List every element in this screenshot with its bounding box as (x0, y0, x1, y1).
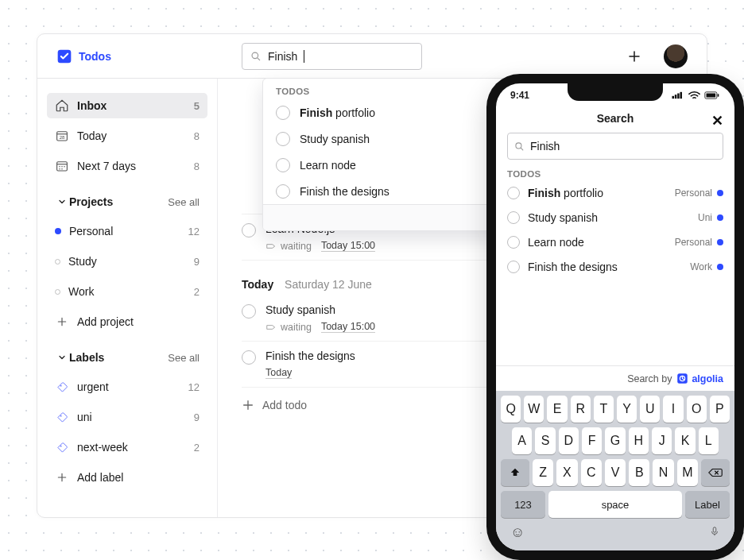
key-h[interactable]: H (629, 427, 649, 454)
sidebar-count: 8 (194, 160, 200, 172)
task-checkbox[interactable] (242, 223, 256, 238)
see-all-link[interactable]: See all (168, 352, 200, 364)
sidebar-project-personal[interactable]: Personal 12 (47, 218, 207, 244)
sidebar-label-urgent[interactable]: urgent 12 (47, 374, 207, 400)
mic-key[interactable] (709, 524, 720, 543)
numeric-key[interactable]: 123 (501, 491, 545, 518)
key-w[interactable]: W (524, 396, 544, 423)
app-logo[interactable]: Todos (56, 48, 111, 64)
shift-icon (510, 467, 521, 478)
plus-icon (627, 49, 641, 64)
svg-rect-19 (718, 94, 719, 96)
svg-point-11 (60, 415, 61, 416)
sidebar-item-next7[interactable]: Next 7 days 8 (47, 153, 207, 179)
key-x[interactable]: X (556, 459, 577, 486)
sidebar-item-inbox[interactable]: Inbox 5 (47, 93, 207, 118)
close-icon[interactable]: ✕ (711, 112, 723, 129)
key-l[interactable]: L (699, 427, 719, 454)
key-u[interactable]: U (640, 396, 660, 423)
result-radio[interactable] (507, 187, 520, 199)
key-e[interactable]: E (547, 396, 567, 423)
key-z[interactable]: Z (533, 459, 553, 486)
sidebar-label-uni[interactable]: uni 9 (47, 404, 207, 430)
result-radio[interactable] (276, 106, 290, 120)
dot-icon (717, 239, 723, 245)
chevron-down-icon (57, 353, 67, 362)
mobile-result[interactable]: Finish the designs Work (496, 254, 734, 279)
key-m[interactable]: M (677, 459, 698, 486)
mobile-title: Search (597, 112, 634, 125)
key-n[interactable]: N (653, 459, 673, 486)
battery-icon (704, 91, 720, 99)
sidebar-label: Inbox (77, 99, 107, 112)
sidebar-project-study[interactable]: Study 9 (47, 249, 207, 274)
sidebar-section-labels[interactable]: Labels See all (47, 339, 207, 369)
chevron-down-icon (57, 197, 67, 207)
svg-rect-18 (707, 94, 716, 98)
key-p[interactable]: P (710, 396, 730, 423)
key-y[interactable]: Y (617, 396, 637, 423)
plus-icon (56, 472, 68, 483)
key-i[interactable]: I (663, 396, 683, 423)
key-o[interactable]: O (687, 396, 707, 423)
mobile-result[interactable]: Study spanish Uni (496, 205, 734, 230)
result-radio[interactable] (276, 184, 290, 199)
backspace-key[interactable] (701, 459, 730, 486)
result-radio[interactable] (507, 236, 520, 249)
shift-key[interactable] (501, 459, 529, 486)
mobile-search-input[interactable]: Finish (507, 133, 723, 160)
search-icon (514, 141, 525, 152)
search-input[interactable]: Finish (242, 43, 423, 70)
key-t[interactable]: T (594, 396, 614, 423)
see-all-link[interactable]: See all (168, 196, 200, 208)
calendar-range-icon (55, 159, 69, 173)
add-project[interactable]: Add project (47, 309, 207, 334)
key-a[interactable]: A (512, 427, 532, 454)
label-key[interactable]: Label (685, 491, 730, 518)
mobile-result[interactable]: Learn node Personal (496, 230, 734, 254)
wifi-icon (688, 91, 700, 99)
result-radio[interactable] (507, 211, 520, 224)
key-k[interactable]: K (675, 427, 695, 454)
task-due[interactable]: Today 15:00 (321, 240, 375, 252)
plus-icon (242, 399, 254, 411)
key-f[interactable]: F (582, 427, 602, 454)
mobile-section: TODOS (496, 160, 734, 180)
key-j[interactable]: J (652, 427, 672, 454)
topbar: Todos Finish (37, 34, 707, 79)
backspace-icon (708, 467, 723, 478)
key-r[interactable]: R (571, 396, 591, 423)
svg-point-10 (60, 384, 61, 386)
key-g[interactable]: G (605, 427, 625, 454)
status-time: 9:41 (510, 90, 529, 101)
algolia-logo[interactable]: algolia (676, 373, 723, 384)
space-key[interactable]: space (548, 491, 682, 518)
sidebar-label-next-week[interactable]: next-week 2 (47, 434, 207, 460)
result-radio[interactable] (507, 261, 520, 273)
key-v[interactable]: V (605, 459, 626, 486)
result-radio[interactable] (276, 132, 290, 146)
mobile-result[interactable]: Finish portfolio Personal (496, 180, 734, 205)
sidebar-item-today[interactable]: 28 Today 8 (47, 123, 207, 149)
task-checkbox[interactable] (242, 304, 256, 319)
task-due[interactable]: Today 15:00 (321, 321, 375, 333)
key-s[interactable]: S (535, 427, 555, 454)
emoji-key[interactable]: ☺ (510, 524, 525, 543)
task-checkbox[interactable] (242, 350, 256, 365)
phone-notch (568, 83, 663, 101)
add-label[interactable]: Add label (47, 465, 207, 490)
key-c[interactable]: C (581, 459, 602, 486)
task-due[interactable]: Today (265, 367, 292, 379)
add-button[interactable] (624, 46, 645, 67)
sidebar-label: Next 7 days (77, 160, 136, 172)
tag-outline-icon (265, 241, 277, 252)
key-q[interactable]: Q (501, 396, 521, 423)
key-d[interactable]: D (559, 427, 579, 454)
tag-outline-icon (265, 322, 277, 333)
avatar[interactable] (664, 44, 688, 68)
algolia-icon (676, 373, 688, 384)
sidebar-section-projects[interactable]: Projects See all (47, 183, 207, 214)
result-radio[interactable] (276, 158, 290, 172)
key-b[interactable]: B (629, 459, 649, 486)
sidebar-project-work[interactable]: Work 2 (47, 279, 207, 304)
